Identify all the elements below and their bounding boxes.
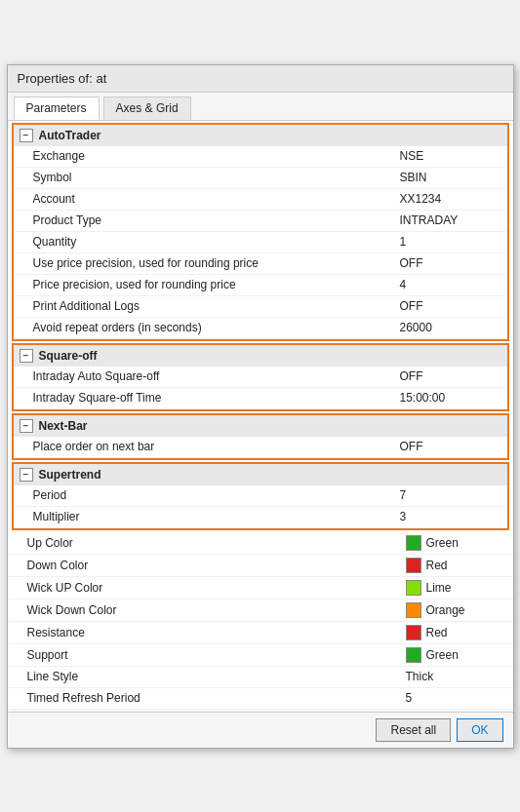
param-auto-squareoff[interactable]: Intraday Auto Square-off OFF	[14, 367, 507, 388]
param-squareoff-time-value: 15:00:00	[400, 391, 498, 405]
param-next-bar-order[interactable]: Place order on next bar OFF	[14, 437, 507, 458]
param-exchange-label: Exchange	[33, 149, 400, 163]
param-avoid-repeat-label: Avoid repeat orders (in seconds)	[33, 321, 400, 334]
section-autotrader-label: AutoTrader	[39, 129, 101, 142]
param-support[interactable]: Support Green	[8, 644, 513, 667]
collapse-supertrend-btn[interactable]: −	[20, 468, 33, 482]
section-autotrader-header: − AutoTrader	[14, 125, 507, 146]
param-use-price-precision-value: OFF	[400, 256, 498, 270]
section-autotrader: − AutoTrader Exchange NSE Symbol SBIN Ac…	[12, 123, 509, 341]
section-squareoff: − Square-off Intraday Auto Square-off OF…	[12, 343, 509, 411]
section-nextbar-label: Next-Bar	[39, 419, 88, 433]
param-down-color-label: Down Color	[27, 559, 406, 572]
param-up-color-value: Green	[406, 535, 503, 551]
param-price-precision-value: 4	[400, 278, 498, 291]
param-symbol[interactable]: Symbol SBIN	[14, 168, 507, 189]
param-wick-down-color[interactable]: Wick Down Color Orange	[8, 599, 513, 622]
up-color-text: Green	[426, 536, 459, 550]
param-period[interactable]: Period 7	[14, 485, 507, 507]
up-color-swatch	[406, 535, 421, 551]
ok-button[interactable]: OK	[457, 718, 502, 742]
resistance-color-swatch	[406, 625, 421, 640]
collapse-squareoff-btn[interactable]: −	[20, 349, 33, 363]
tab-axes-grid[interactable]: Axes & Grid	[103, 97, 191, 120]
support-color-swatch	[406, 647, 421, 663]
param-support-label: Support	[27, 648, 406, 662]
param-product-type-label: Product Type	[33, 213, 400, 227]
wick-down-color-swatch	[406, 602, 421, 618]
param-auto-squareoff-label: Intraday Auto Square-off	[33, 369, 400, 383]
param-line-style-value: Thick	[406, 670, 503, 683]
section-squareoff-header: − Square-off	[14, 345, 507, 367]
param-next-bar-order-value: OFF	[400, 440, 498, 453]
param-period-value: 7	[400, 488, 498, 502]
param-use-price-precision-label: Use price precision, used for rounding p…	[33, 256, 400, 270]
collapse-nextbar-btn[interactable]: −	[20, 419, 33, 433]
param-squareoff-time[interactable]: Intraday Square-off Time 15:00:00	[14, 388, 507, 409]
param-line-style-label: Line Style	[27, 670, 406, 683]
param-symbol-value: SBIN	[400, 171, 498, 184]
param-line-style[interactable]: Line Style Thick	[8, 667, 513, 688]
param-down-color[interactable]: Down Color Red	[8, 555, 513, 577]
param-wick-up-color[interactable]: Wick UP Color Lime	[8, 577, 513, 599]
param-price-precision-label: Price precision, used for rounding price	[33, 278, 400, 291]
param-support-value: Green	[406, 647, 503, 663]
param-print-logs[interactable]: Print Additional Logs OFF	[14, 296, 507, 318]
section-nextbar: − Next-Bar Place order on next bar OFF	[12, 413, 509, 460]
dialog-title: Properties of: at	[8, 65, 513, 93]
wick-up-color-swatch	[406, 580, 421, 596]
properties-dialog: Properties of: at Parameters Axes & Grid…	[7, 64, 514, 749]
param-account-value: XX1234	[400, 192, 498, 206]
section-nextbar-header: − Next-Bar	[14, 415, 507, 437]
param-account-label: Account	[33, 192, 400, 206]
param-exchange[interactable]: Exchange NSE	[14, 146, 507, 168]
param-exchange-value: NSE	[400, 149, 498, 163]
param-timed-refresh-value: 5	[406, 691, 503, 705]
param-price-precision[interactable]: Price precision, used for rounding price…	[14, 275, 507, 296]
content-area: − AutoTrader Exchange NSE Symbol SBIN Ac…	[8, 120, 513, 710]
param-quantity[interactable]: Quantity 1	[14, 232, 507, 253]
param-product-type[interactable]: Product Type INTRADAY	[14, 211, 507, 232]
param-down-color-value: Red	[406, 558, 503, 573]
tab-bar: Parameters Axes & Grid	[8, 93, 513, 121]
param-print-logs-value: OFF	[400, 299, 498, 313]
param-avoid-repeat-value: 26000	[400, 321, 498, 334]
wick-up-color-text: Lime	[426, 581, 452, 595]
down-color-text: Red	[426, 559, 448, 572]
param-product-type-value: INTRADAY	[400, 213, 498, 227]
dialog-footer: Reset all OK	[8, 712, 513, 748]
reset-all-button[interactable]: Reset all	[376, 718, 451, 742]
param-multiplier-label: Multiplier	[33, 510, 400, 523]
param-up-color[interactable]: Up Color Green	[8, 532, 513, 555]
param-resistance-label: Resistance	[27, 626, 406, 639]
support-color-text: Green	[426, 648, 459, 662]
collapse-autotrader-btn[interactable]: −	[20, 129, 33, 142]
down-color-swatch	[406, 558, 421, 573]
param-period-label: Period	[33, 488, 400, 502]
param-avoid-repeat[interactable]: Avoid repeat orders (in seconds) 26000	[14, 318, 507, 339]
tab-parameters[interactable]: Parameters	[14, 97, 100, 120]
section-supertrend: − Supertrend Period 7 Multiplier 3	[12, 462, 509, 530]
param-wick-up-color-value: Lime	[406, 580, 503, 596]
param-timed-refresh-label: Timed Refresh Period	[27, 691, 406, 705]
param-wick-down-color-value: Orange	[406, 602, 503, 618]
param-multiplier[interactable]: Multiplier 3	[14, 507, 507, 528]
param-symbol-label: Symbol	[33, 171, 400, 184]
param-print-logs-label: Print Additional Logs	[33, 299, 400, 313]
param-wick-up-color-label: Wick UP Color	[27, 581, 406, 595]
section-squareoff-label: Square-off	[39, 349, 98, 363]
param-timed-refresh[interactable]: Timed Refresh Period 5	[8, 688, 513, 710]
wick-down-color-text: Orange	[426, 603, 465, 617]
param-quantity-label: Quantity	[33, 235, 400, 249]
param-wick-down-color-label: Wick Down Color	[27, 603, 406, 617]
param-resistance-value: Red	[406, 625, 503, 640]
param-next-bar-order-label: Place order on next bar	[33, 440, 400, 453]
param-account[interactable]: Account XX1234	[14, 189, 507, 211]
param-squareoff-time-label: Intraday Square-off Time	[33, 391, 400, 405]
param-multiplier-value: 3	[400, 510, 498, 523]
param-up-color-label: Up Color	[27, 536, 406, 550]
param-resistance[interactable]: Resistance Red	[8, 622, 513, 644]
param-use-price-precision[interactable]: Use price precision, used for rounding p…	[14, 253, 507, 275]
section-supertrend-label: Supertrend	[39, 468, 101, 482]
section-supertrend-header: − Supertrend	[14, 464, 507, 485]
